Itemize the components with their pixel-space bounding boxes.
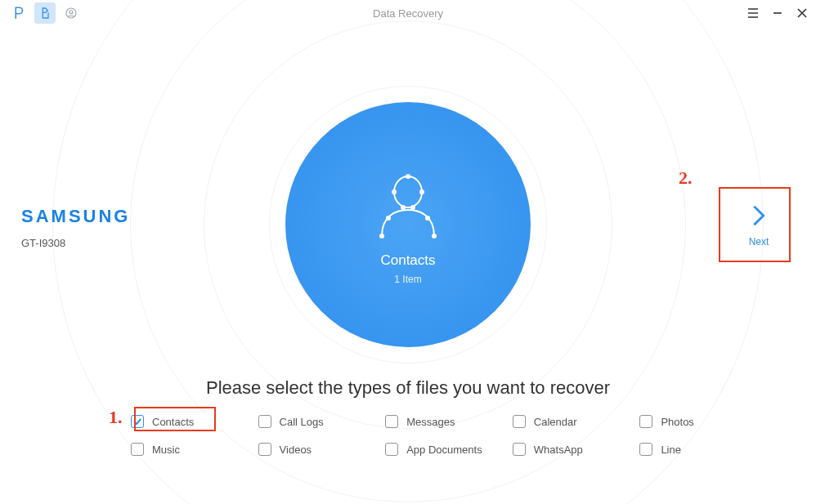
category-count: 1 Item bbox=[394, 274, 421, 285]
svg-point-9 bbox=[433, 234, 436, 238]
checkbox-icon[interactable] bbox=[385, 443, 398, 456]
filetype-music[interactable]: Music bbox=[131, 443, 258, 456]
filetype-label: Line bbox=[661, 444, 681, 456]
filetype-messages[interactable]: Messages bbox=[385, 415, 513, 428]
checkbox-icon[interactable] bbox=[258, 443, 271, 456]
checkbox-icon[interactable] bbox=[385, 415, 398, 428]
device-brand: SAMSUNG bbox=[21, 206, 130, 227]
filetype-app-documents[interactable]: App Documents bbox=[385, 443, 513, 456]
device-model: GT-I9308 bbox=[21, 237, 130, 249]
checkbox-icon[interactable] bbox=[639, 443, 652, 456]
filetype-label: Music bbox=[152, 444, 180, 456]
filetype-contacts[interactable]: Contacts bbox=[131, 415, 258, 428]
filetype-calendar[interactable]: Calendar bbox=[513, 415, 640, 428]
selected-category-circle: Contacts 1 Item bbox=[285, 102, 531, 347]
svg-point-1 bbox=[69, 11, 73, 14]
minimize-icon[interactable] bbox=[772, 7, 783, 19]
close-icon[interactable] bbox=[796, 7, 808, 19]
filetype-label: Calendar bbox=[534, 416, 577, 428]
svg-point-6 bbox=[401, 206, 405, 209]
filetype-line[interactable]: Line bbox=[639, 443, 767, 456]
svg-point-2 bbox=[394, 176, 422, 207]
user-tab-icon[interactable] bbox=[61, 2, 82, 24]
instruction-text: Please select the types of files you wan… bbox=[0, 377, 816, 399]
checkbox-icon[interactable] bbox=[513, 443, 526, 456]
svg-point-10 bbox=[387, 216, 390, 220]
checkbox-icon[interactable] bbox=[131, 415, 144, 428]
category-title: Contacts bbox=[380, 252, 435, 269]
device-info: SAMSUNG GT-I9308 bbox=[21, 206, 130, 249]
chevron-right-icon bbox=[745, 202, 773, 230]
filetype-label: Photos bbox=[661, 416, 693, 428]
filetype-grid: ContactsCall LogsMessagesCalendarPhotosM… bbox=[131, 415, 767, 456]
filetype-label: Call Logs bbox=[280, 416, 324, 428]
filetype-label: Contacts bbox=[152, 416, 194, 428]
checkbox-icon[interactable] bbox=[131, 443, 144, 456]
filetype-whatsapp[interactable]: WhatsApp bbox=[513, 443, 640, 456]
svg-point-3 bbox=[406, 175, 410, 178]
checkbox-icon[interactable] bbox=[258, 415, 271, 428]
filetype-call-logs[interactable]: Call Logs bbox=[258, 415, 386, 428]
filetype-label: Messages bbox=[406, 416, 455, 428]
checkbox-icon[interactable] bbox=[639, 415, 652, 428]
filetype-photos[interactable]: Photos bbox=[639, 415, 767, 428]
svg-point-5 bbox=[420, 190, 424, 194]
svg-point-8 bbox=[380, 234, 383, 238]
filetype-videos[interactable]: Videos bbox=[258, 443, 386, 456]
checkbox-icon[interactable] bbox=[513, 415, 526, 428]
next-label: Next bbox=[749, 236, 769, 248]
app-logo-icon[interactable] bbox=[8, 2, 29, 24]
contacts-icon bbox=[367, 164, 449, 246]
menu-icon[interactable] bbox=[747, 7, 759, 19]
svg-point-7 bbox=[411, 206, 415, 209]
next-button[interactable]: Next bbox=[726, 190, 791, 260]
filetype-label: App Documents bbox=[406, 444, 482, 456]
svg-point-11 bbox=[426, 216, 429, 220]
svg-point-4 bbox=[392, 190, 396, 194]
data-recovery-tab-icon[interactable] bbox=[34, 2, 56, 24]
filetype-label: WhatsApp bbox=[534, 444, 583, 456]
filetype-label: Videos bbox=[280, 444, 312, 456]
